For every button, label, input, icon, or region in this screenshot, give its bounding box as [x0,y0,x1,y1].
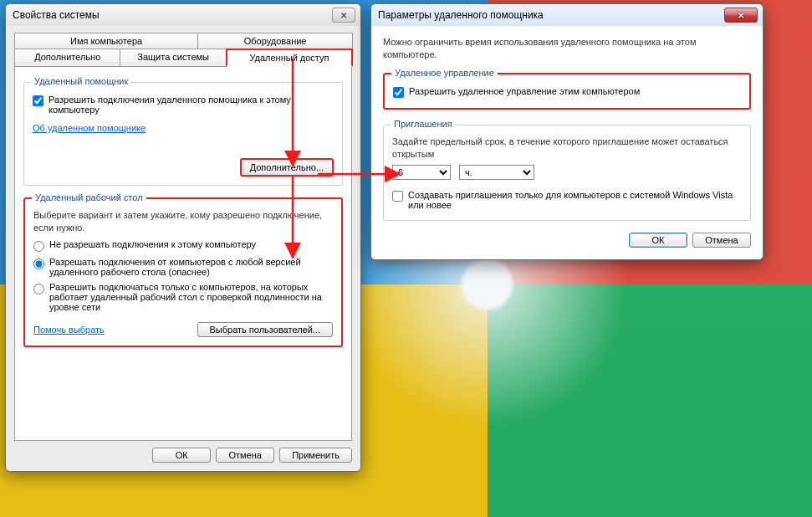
link-about-assistant[interactable]: Об удаленном помощнике [33,123,146,133]
radio-rd-nla[interactable] [33,284,44,294]
tab-system-protection[interactable]: Защита системы [120,49,226,67]
checkbox-vista-only[interactable] [392,191,403,202]
button-select-users[interactable]: Выбрать пользователей... [197,322,334,337]
window-title-ra: Параметры удаленного помощника [378,9,544,21]
tab-hardware[interactable]: Оборудование [197,33,353,49]
link-help-choose[interactable]: Помочь выбрать [33,325,105,335]
legend-invitations: Приглашения [391,119,456,129]
close-icon[interactable]: ✕ [724,8,758,23]
radio-rd-any[interactable] [33,258,44,269]
button-apply[interactable]: Применить [279,448,352,463]
label-rd-nla: Разрешить подключаться только с компьюте… [49,282,333,312]
close-icon[interactable]: ✕ [332,8,355,23]
tab-remote[interactable]: Удаленный доступ [226,49,353,67]
label-allow-assistant: Разрешить подключения удаленного помощни… [49,95,334,115]
select-duration-unit[interactable]: ч. [459,165,534,180]
label-rd-any: Разрешать подключения от компьютеров с л… [49,257,333,277]
invites-desc: Задайте предельный срок, в течение котор… [392,136,742,161]
group-remote-desktop: Удаленный рабочий стол Выберите вариант … [23,197,343,347]
label-allow-remote-control: Разрешить удаленное управление этим комп… [409,86,640,96]
button-ok[interactable]: ОК [152,448,211,463]
system-properties-window: Свойства системы ✕ Имя компьютера Оборуд… [5,3,361,472]
checkbox-allow-remote-control[interactable] [393,87,404,98]
button-ok-ra[interactable]: ОК [629,233,687,248]
label-vista-only: Создавать приглашения только для компьют… [408,190,742,210]
window-title: Свойства системы [13,9,100,21]
titlebar-raparams[interactable]: Параметры удаленного помощника ✕ [371,4,763,26]
select-duration-value[interactable]: 6 [392,165,451,180]
remote-assistance-settings-window: Параметры удаленного помощника ✕ Можно о… [370,3,763,260]
label-rd-none: Не разрешать подключения к этому компьют… [49,239,256,249]
tab-advanced[interactable]: Дополнительно [14,49,120,67]
legend-remote-desktop: Удаленный рабочий стол [32,192,146,202]
legend-remote-assistant: Удаленный помощник [31,76,131,86]
ra-desc: Можно ограничить время использования уда… [383,36,751,61]
tab-computer-name[interactable]: Имя компьютера [14,33,198,49]
group-remote-assistant: Удаленный помощник Разрешить подключения… [23,82,343,186]
button-advanced[interactable]: Дополнительно... [240,158,334,177]
rd-desc: Выберите вариант и затем укажите, кому р… [33,209,333,234]
titlebar-sysprops[interactable]: Свойства системы ✕ [6,4,360,26]
button-cancel[interactable]: Отмена [216,448,274,463]
radio-rd-none[interactable] [33,241,44,252]
legend-remote-control: Удаленное управление [391,68,498,78]
button-cancel-ra[interactable]: Отмена [692,233,751,248]
checkbox-allow-assistant[interactable] [33,95,43,106]
group-invitations: Приглашения Задайте предельный срок, в т… [383,125,751,222]
group-remote-control: Удаленное управление Разрешить удаленное… [383,73,751,110]
